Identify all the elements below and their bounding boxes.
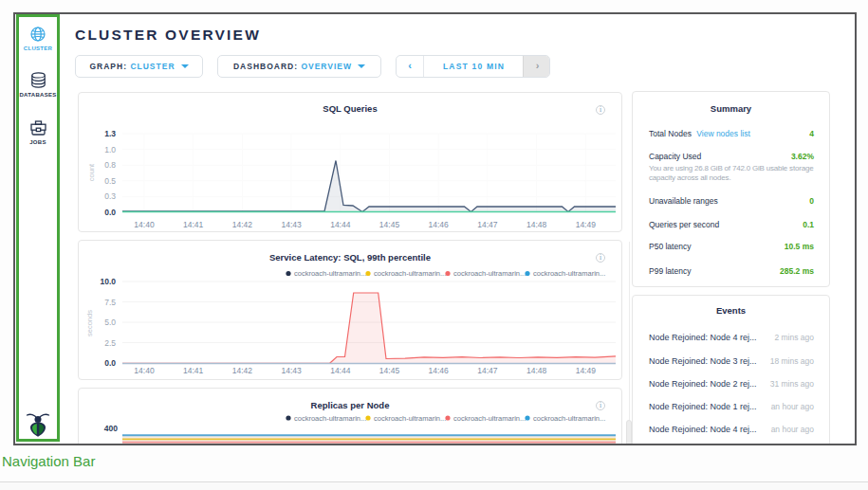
svg-text:2.5: 2.5: [104, 338, 116, 348]
svg-text:14:45: 14:45: [379, 366, 400, 375]
svg-text:0.5: 0.5: [104, 176, 116, 186]
svg-text:14:41: 14:41: [183, 366, 204, 375]
svg-text:0.0: 0.0: [104, 208, 116, 217]
svg-text:14:42: 14:42: [232, 366, 253, 375]
svg-text:14:40: 14:40: [134, 220, 155, 229]
svg-text:14:44: 14:44: [330, 220, 351, 229]
svg-text:1.3: 1.3: [104, 129, 116, 138]
svg-text:14:42: 14:42: [232, 220, 253, 229]
svg-text:1.0: 1.0: [104, 145, 116, 154]
svg-text:400: 400: [104, 424, 118, 433]
svg-text:cockroach-ultramarin...: cockroach-ultramarin...: [294, 269, 366, 278]
svg-text:cockroach-ultramarin...: cockroach-ultramarin...: [294, 414, 366, 423]
svg-text:7.5: 7.5: [104, 298, 116, 307]
svg-text:14:41: 14:41: [183, 220, 204, 229]
svg-text:14:48: 14:48: [526, 220, 547, 229]
svg-text:14:43: 14:43: [281, 366, 302, 375]
svg-text:10.0: 10.0: [100, 277, 116, 286]
svg-text:cockroach-ultramarin...: cockroach-ultramarin...: [533, 414, 605, 423]
svg-text:14:47: 14:47: [477, 220, 498, 229]
svg-text:14:40: 14:40: [134, 366, 155, 375]
svg-text:cockroach-ultramarin...: cockroach-ultramarin...: [533, 269, 605, 278]
svg-text:count: count: [87, 163, 96, 181]
svg-text:14:45: 14:45: [379, 220, 400, 229]
svg-text:seconds: seconds: [85, 310, 94, 336]
svg-text:0.8: 0.8: [104, 160, 116, 170]
svg-text:0.0: 0.0: [104, 358, 116, 368]
svg-text:cockroach-ultramarin...: cockroach-ultramarin...: [374, 414, 446, 423]
svg-text:14:46: 14:46: [429, 220, 450, 229]
svg-text:cockroach-ultramarin...: cockroach-ultramarin...: [453, 269, 526, 278]
svg-text:14:49: 14:49: [576, 220, 597, 229]
svg-text:14:49: 14:49: [576, 366, 597, 375]
svg-text:14:47: 14:47: [477, 366, 498, 375]
svg-text:5.0: 5.0: [104, 318, 116, 327]
svg-text:cockroach-ultramarin...: cockroach-ultramarin...: [374, 269, 446, 278]
svg-text:0.3: 0.3: [104, 191, 116, 201]
svg-text:cockroach-ultramarin...: cockroach-ultramarin...: [453, 414, 526, 423]
svg-text:14:46: 14:46: [429, 366, 450, 375]
svg-text:14:44: 14:44: [330, 366, 351, 375]
svg-text:14:48: 14:48: [526, 366, 547, 375]
svg-text:14:43: 14:43: [281, 220, 302, 229]
